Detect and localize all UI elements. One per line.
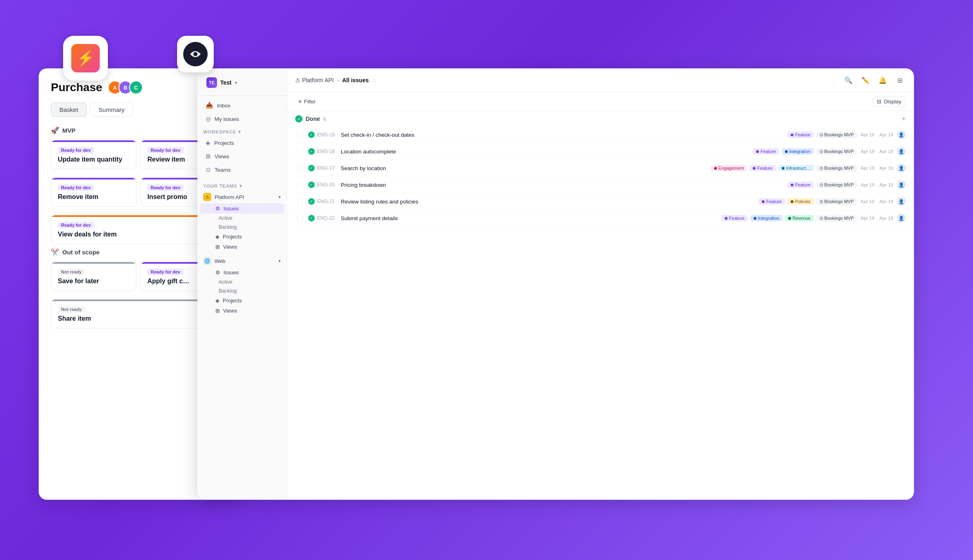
card-remove-item[interactable]: Ready for dev Remove item: [51, 177, 136, 207]
sidebar-item-my-issues[interactable]: ◎ My issues: [200, 112, 284, 125]
web-issues-label: Issues: [224, 269, 239, 276]
issue-row-eng19[interactable]: ⋮⋮ ✓ ENG-19 Set check-in / check-out dat…: [290, 127, 911, 143]
issue-row-eng17[interactable]: ⋮⋮ ✓ ENG-17 Search by location Engagemen…: [290, 160, 911, 177]
platform-projects-label: Projects: [223, 234, 242, 240]
issue-title-eng20: Pricing breakdown: [341, 182, 785, 188]
sidebar-sub-backlog-web[interactable]: Backlog: [197, 287, 287, 295]
card-update-quantity[interactable]: Ready for dev Update item quantity: [51, 140, 136, 169]
group-header-done[interactable]: ✓ Done 6 +: [290, 111, 911, 127]
assignee-icon-6[interactable]: 👤: [897, 214, 906, 223]
workspace-name: Test: [220, 79, 232, 86]
display-button[interactable]: ⊟ Display: [872, 96, 906, 107]
web-views-icon: ⊞: [215, 308, 220, 314]
sidebar-sub-active-platform[interactable]: Active: [197, 214, 287, 223]
web-team-icon: 🌐: [203, 257, 211, 265]
assignee-icon-4[interactable]: 👤: [897, 180, 906, 189]
platform-views-label: Views: [223, 244, 237, 250]
layout-button[interactable]: ⊞: [894, 74, 906, 86]
sidebar-top: TE Test ▾: [197, 75, 287, 96]
your-teams-section-label[interactable]: Your teams ▾: [197, 180, 287, 190]
platform-views-icon: ⊞: [215, 244, 220, 250]
basket-tab[interactable]: Basket: [51, 103, 87, 117]
badge-ready-2: Ready for dev: [147, 147, 184, 153]
sidebar-sub-projects-web[interactable]: ◈ Projects: [200, 295, 284, 306]
done-icon: ✓: [295, 115, 302, 122]
date-end-2: Apr 19: [878, 149, 894, 154]
sidebar-item-views[interactable]: ⊞ Views: [200, 150, 284, 163]
sidebar-sub-issues-web[interactable]: ⚙ Issues: [200, 267, 284, 278]
display-label: Display: [884, 98, 901, 105]
assignee-icon-1[interactable]: 👤: [897, 130, 906, 139]
tag-dot-9: [791, 200, 793, 203]
tag-integration-2: Integration: [750, 215, 782, 221]
group-label: Done: [306, 116, 320, 122]
sidebar-sub-views-platform[interactable]: ⊞ Views: [200, 242, 284, 252]
web-projects-label: Projects: [223, 298, 242, 304]
cycle-tag-3: ⊙ Bookings MVP: [816, 165, 857, 172]
sidebar-sub-issues-platform[interactable]: ⚙ Issues: [200, 203, 284, 214]
add-issue-button[interactable]: +: [901, 115, 906, 122]
issue-id-eng21: ENG-21: [317, 199, 338, 204]
issue-id-eng19: ENG-19: [317, 132, 338, 138]
tag-policies-1: Policies: [787, 198, 814, 205]
out-of-scope-icon: ✂️: [51, 248, 59, 256]
card-title-8: Share item: [58, 315, 219, 322]
badge-ready-1: Ready for dev: [58, 147, 94, 153]
assignee-icon-3[interactable]: 👤: [897, 164, 906, 173]
assignee-icon-5[interactable]: 👤: [897, 197, 906, 206]
sidebar-team-web[interactable]: 🌐 Web ▾: [197, 254, 287, 267]
card-save-later[interactable]: Not ready Save for later: [51, 262, 136, 291]
workspace-chevron-icon: ▾: [235, 80, 237, 85]
sidebar-item-teams[interactable]: ⊙ Teams: [200, 163, 284, 176]
date-start-1: Apr 19: [859, 132, 876, 137]
summary-tab[interactable]: Summary: [90, 103, 133, 117]
projects-icon: ◈: [206, 139, 210, 147]
tag-dot-3: [785, 150, 788, 153]
tag-dot-7: [791, 184, 793, 186]
card-title-5: View deals for item: [58, 231, 219, 238]
sidebar-sub-active-web[interactable]: Active: [197, 278, 287, 287]
sidebar-sub-views-web[interactable]: ⊞ Views: [200, 306, 284, 316]
group-count: 6: [323, 116, 326, 122]
edit-button[interactable]: ✏️: [859, 74, 872, 86]
web-issues-icon: ⚙: [215, 269, 220, 276]
assignee-icon-2[interactable]: 👤: [897, 147, 906, 156]
sidebar-sub-projects-platform[interactable]: ◈ Projects: [200, 232, 284, 242]
issue-title-eng19: Set check-in / check-out dates: [341, 132, 785, 138]
notification-button[interactable]: 🔔: [877, 74, 889, 86]
main-header: ⚠ Platform API › All issues ☆ 🔍 ✏️ 🔔 ⊞: [287, 68, 914, 92]
search-button[interactable]: 🔍: [842, 74, 855, 86]
issue-row-eng20[interactable]: ⋮⋮ ✓ ENG-20 Pricing breakdown Feature ⊙ …: [290, 177, 911, 193]
sidebar-item-projects[interactable]: ◈ Projects: [200, 136, 284, 149]
linear-app-icon[interactable]: [177, 36, 214, 72]
web-label: Web: [215, 258, 226, 264]
card-title-3: Remove item: [58, 193, 129, 201]
tag-dot-4: [714, 167, 717, 170]
group-header-left: ✓ Done 6: [295, 115, 326, 122]
filter-button[interactable]: ≡ Filter: [295, 97, 319, 106]
workspace-header[interactable]: TE Test ▾: [203, 75, 281, 90]
inbox-icon: 📥: [206, 102, 213, 109]
issue-row-eng21[interactable]: ⋮⋮ ✓ ENG-21 Review listing rules and pol…: [290, 193, 911, 210]
mvp-label: MVP: [62, 127, 76, 134]
badge-not-ready-1: Not ready: [58, 269, 85, 275]
sidebar-sub-backlog-platform[interactable]: Backlog: [197, 223, 287, 232]
sidebar: TE Test ▾ 📥 Inbox ◎ My issues Workspace …: [197, 68, 287, 500]
card-title-6: Save for later: [58, 278, 129, 285]
issue-row-eng18[interactable]: ⋮⋮ ✓ ENG-18 Location autocomplete Featur…: [290, 143, 911, 160]
issue-status-done-4: ✓: [308, 182, 315, 188]
star-icon[interactable]: ☆: [372, 77, 377, 83]
web-chevron-icon: ▾: [278, 258, 281, 264]
sidebar-item-inbox[interactable]: 📥 Inbox: [200, 99, 284, 112]
issue-row-eng22[interactable]: ⋮⋮ ✓ ENG-22 Submit payment details Featu…: [290, 210, 911, 227]
workspace-section-label[interactable]: Workspace ▾: [197, 126, 287, 136]
bolt-app-icon[interactable]: ⚡: [63, 36, 108, 81]
avatar-group: A B C: [111, 81, 143, 94]
sidebar-team-platform-api[interactable]: ⚠ Platform API ▾: [197, 190, 287, 203]
my-issues-icon: ◎: [206, 115, 211, 122]
date-end-5: Apr 19: [878, 199, 894, 204]
cycle-tag-4: ⊙ Bookings MVP: [816, 182, 857, 188]
svg-point-1: [193, 52, 197, 56]
tag-integration-1: Integration: [782, 148, 814, 155]
issue-id-eng20: ENG-20: [317, 182, 338, 188]
